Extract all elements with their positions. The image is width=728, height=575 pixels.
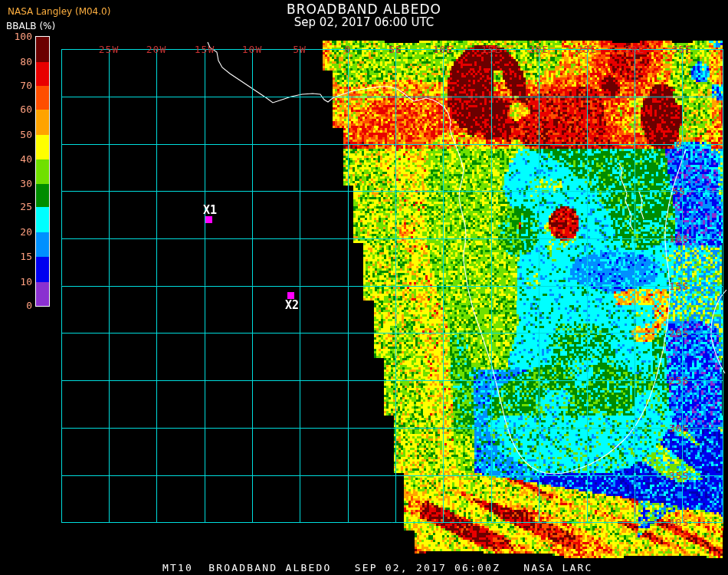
latitude-label: 30S <box>669 422 689 434</box>
colorbar-tick: 0 <box>0 300 32 311</box>
map-marker-square <box>205 216 212 223</box>
colorbar-segment <box>36 207 49 232</box>
longitude-label: 0 <box>345 44 352 55</box>
colorbar-tick: 40 <box>0 153 32 165</box>
longitude-label: 30E <box>625 44 644 55</box>
page-title: BROADBAND ALBEDO <box>287 2 441 17</box>
map-marker-label: X1 <box>203 203 217 217</box>
longitude-label: 10E <box>433 44 453 55</box>
colorbar-tick: 60 <box>0 104 32 115</box>
latitude-label: 5S <box>672 186 686 197</box>
colorbar-segment <box>36 159 49 184</box>
latitude-label: 25S <box>669 375 689 386</box>
albedo-map-canvas <box>0 0 728 575</box>
colorbar-title: BBALB (%) <box>6 21 55 31</box>
timestamp-subtitle: Sep 02, 2017 06:00 UTC <box>294 15 434 29</box>
colorbar-segment <box>36 184 49 207</box>
latitude-label: 35S <box>669 470 689 481</box>
latitude-label: 15S <box>669 281 689 292</box>
colorbar-tick: 50 <box>0 129 32 140</box>
colorbar-segment <box>36 135 49 159</box>
map-marker-label: X2 <box>285 298 299 312</box>
colorbar-segment <box>36 257 49 282</box>
colorbar-segment <box>36 37 49 62</box>
colorbar-tick: 80 <box>0 56 32 67</box>
longitude-label: 15W <box>195 44 215 55</box>
longitude-label: 20E <box>529 44 549 55</box>
longitude-label: 25E <box>577 44 597 55</box>
longitude-label: 5E <box>389 44 402 55</box>
latitude-label: 40S <box>669 517 689 528</box>
colorbar-segment <box>36 232 49 257</box>
longitude-label: 20W <box>146 44 166 55</box>
colorbar <box>35 36 50 307</box>
colorbar-segment <box>36 110 49 135</box>
colorbar-segment <box>36 62 49 86</box>
colorbar-tick: 70 <box>0 80 32 91</box>
latitude-label: 20S <box>669 327 689 339</box>
longitude-label: 25W <box>99 44 119 55</box>
colorbar-tick: 25 <box>0 201 32 212</box>
albedo-viewer: BROADBAND ALBEDO Sep 02, 2017 06:00 UTC … <box>0 0 728 575</box>
longitude-label: 15E <box>481 44 501 55</box>
footer-status-bar: MT10 BROADBAND ALBEDO SEP 02, 2017 06:00… <box>162 562 593 573</box>
longitude-label: 10W <box>242 44 262 55</box>
longitude-label: 5W <box>293 44 307 55</box>
colorbar-tick: 100 <box>0 31 32 42</box>
data-source-label: NASA Langley (M04.0) <box>8 6 110 17</box>
colorbar-segment <box>36 86 49 110</box>
colorbar-tick: 20 <box>0 226 32 238</box>
latitude-label: 0 <box>676 139 683 150</box>
longitude-label: 35E <box>672 44 692 55</box>
colorbar-tick: 30 <box>0 178 32 189</box>
colorbar-tick: 10 <box>0 276 32 288</box>
colorbar-segment <box>36 282 49 306</box>
colorbar-tick: 15 <box>0 251 32 262</box>
latitude-label: 10S <box>669 233 689 245</box>
